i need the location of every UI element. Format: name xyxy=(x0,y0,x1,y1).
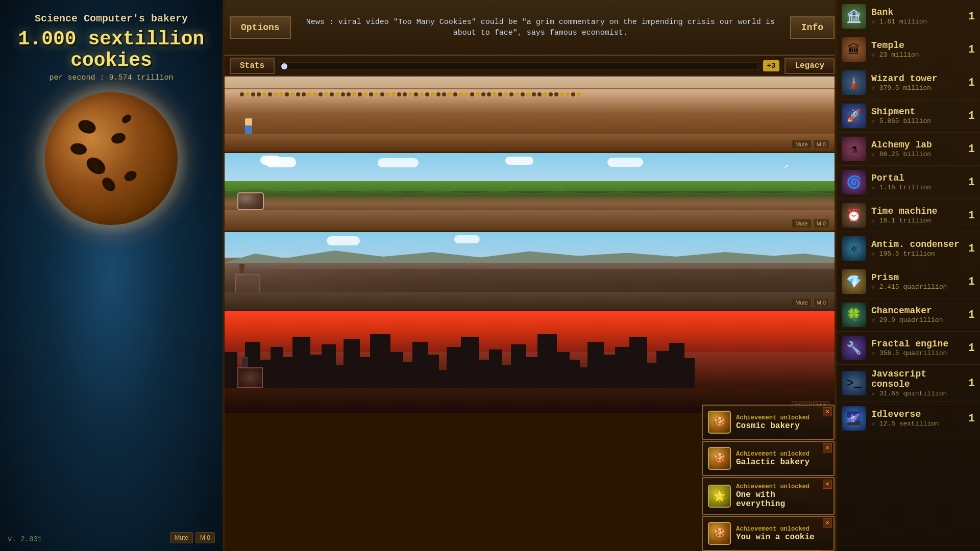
top-bar: Options News : viral video "Too Many Coo… xyxy=(225,0,835,56)
building-icon: ⚛ xyxy=(842,236,866,261)
achievement-galactic-text: Achievement unlocked Galactic bakery xyxy=(736,450,818,467)
info-button[interactable]: Info xyxy=(790,16,835,39)
building-name: Javascript console xyxy=(871,369,960,389)
building-item-temple[interactable]: 🏛 Temple ☆ 23 million 1 xyxy=(837,33,980,66)
m0-bottom-btn[interactable]: M 0 xyxy=(195,532,215,543)
mine-strip-controls: Mute M 0 xyxy=(792,219,829,228)
mine-m0-btn[interactable]: M 0 xyxy=(813,219,829,228)
farm-dot xyxy=(313,92,317,96)
building-count: 1 xyxy=(960,209,975,222)
farm-dot xyxy=(380,92,384,96)
main-cookie[interactable] xyxy=(45,92,178,225)
building-count: 1 xyxy=(960,377,975,390)
per-second: per second : 9.574 trillion xyxy=(18,73,205,82)
building-icon: 🗼 xyxy=(842,70,866,95)
building-name: Fractal engine xyxy=(871,339,960,349)
building-info: Fractal engine ☆ 356.5 quadrillion xyxy=(871,339,960,357)
building-item-chancemaker[interactable]: 🍀 Chancemaker ☆ 29.9 quadrillion 1 xyxy=(837,298,980,332)
bottom-controls: Mute M 0 xyxy=(170,532,215,543)
building-info: Shipment ☆ 5.865 billion xyxy=(871,107,960,125)
achievement-one-with: 🌟 Achievement unlocked One with everythi… xyxy=(702,477,835,515)
options-button[interactable]: Options xyxy=(230,16,291,39)
building-cost: ☆ 379.5 million xyxy=(871,84,960,92)
building-item-idleverse[interactable]: 🌌 Idleverse ☆ 12.5 sextillion 1 xyxy=(837,402,980,435)
farm-dot xyxy=(521,92,525,96)
building-info: Prism ☆ 2.415 quadrillion xyxy=(871,272,960,291)
building-icon: ⚗ xyxy=(842,137,866,161)
building-count: 1 xyxy=(960,176,975,189)
farm-dot xyxy=(464,92,469,96)
achievement-cosmic-close[interactable]: ✕ xyxy=(823,407,832,416)
building-icon: 🚀 xyxy=(842,104,866,128)
building-name: Bank xyxy=(871,7,960,17)
building-count: 1 xyxy=(960,143,975,156)
building-item-fractal-engine[interactable]: 🔧 Fractal engine ☆ 356.5 quadrillion 1 xyxy=(837,332,980,365)
farm-dot xyxy=(414,92,418,96)
farm-dot xyxy=(408,92,412,96)
building-icon: >_ xyxy=(842,371,866,395)
building-info: Javascript console ☆ 31.65 quintillion xyxy=(871,369,960,397)
farm-dot xyxy=(459,92,463,96)
building-cost: ☆ 16.1 trillion xyxy=(871,216,960,224)
building-count: 1 xyxy=(960,10,975,23)
farm-dot xyxy=(509,92,513,96)
building-name: Temple xyxy=(871,40,960,51)
achievement-you-win-name: You win a cookie xyxy=(736,533,818,542)
building-cost: ☆ 12.5 sextillion xyxy=(871,419,960,428)
mine-mute-btn[interactable]: Mute xyxy=(792,219,811,228)
building-icon: 🍀 xyxy=(842,303,866,327)
building-cost: ☆ 1.15 trillion xyxy=(871,183,960,191)
factory-mute-btn[interactable]: Mute xyxy=(792,298,811,307)
building-item-antim.-condenser[interactable]: ⚛ Antim. condenser ☆ 195.5 trillion 1 xyxy=(837,232,980,265)
building-name: Time machine xyxy=(871,206,960,216)
farm-dot xyxy=(515,92,519,96)
building-item-alchemy-lab[interactable]: ⚗ Alchemy lab ☆ 86.25 billion 1 xyxy=(837,133,980,166)
farm-dot xyxy=(571,92,575,96)
farm-dot xyxy=(268,92,272,96)
cookie-image[interactable] xyxy=(45,92,178,225)
farm-dot xyxy=(274,92,278,96)
building-item-time-machine[interactable]: ⏰ Time machine ☆ 16.1 trillion 1 xyxy=(837,199,980,232)
farm-dot xyxy=(391,92,396,96)
farm-dot xyxy=(403,92,407,96)
building-item-portal[interactable]: 🌀 Portal ☆ 1.15 trillion 1 xyxy=(837,166,980,199)
factory-m0-btn[interactable]: M 0 xyxy=(813,298,829,307)
farm-dot xyxy=(425,92,429,96)
xp-bar xyxy=(280,62,758,70)
stats-button[interactable]: Stats xyxy=(230,58,275,74)
xp-indicator xyxy=(281,63,287,69)
farm-dot xyxy=(296,92,300,96)
building-count: 1 xyxy=(960,77,975,89)
mine-cart xyxy=(237,192,263,213)
building-cost: ☆ 86.25 billion xyxy=(871,150,960,158)
building-item-javascript-console[interactable]: >_ Javascript console ☆ 31.65 quintillio… xyxy=(837,365,980,402)
building-icon: ⏰ xyxy=(842,203,866,228)
achievement-one-with-text: Achievement unlocked One with everything xyxy=(736,483,818,509)
achievement-one-with-close[interactable]: ✕ xyxy=(823,480,832,489)
legacy-button[interactable]: Legacy xyxy=(785,58,835,74)
building-item-prism[interactable]: 💎 Prism ☆ 2.415 quadrillion 1 xyxy=(837,265,980,298)
buildings-panel: 🏦 Bank ☆ 1.61 million 1 🏛 Temple ☆ 23 mi… xyxy=(835,0,980,551)
mute-bottom-btn[interactable]: Mute xyxy=(170,532,193,543)
building-item-shipment[interactable]: 🚀 Shipment ☆ 5.865 billion 1 xyxy=(837,99,980,133)
achievement-galactic-close[interactable]: ✕ xyxy=(823,443,832,453)
achievement-galactic: 🍪 Achievement unlocked Galactic bakery ✕ xyxy=(702,441,835,476)
achievement-one-with-name: One with everything xyxy=(736,490,818,509)
news-ticker: News : viral video "Too Many Cookies" co… xyxy=(291,17,790,38)
farm-m0-btn[interactable]: M 0 xyxy=(813,140,829,149)
building-name: Portal xyxy=(871,173,960,183)
second-bar: Stats +3 Legacy xyxy=(225,56,835,77)
building-item-bank[interactable]: 🏦 Bank ☆ 1.61 million 1 xyxy=(837,0,980,33)
farm-dot xyxy=(257,92,261,96)
farm-dot xyxy=(318,92,323,96)
farm-mute-btn[interactable]: Mute xyxy=(792,140,811,149)
achievement-unlocked-label: Achievement unlocked xyxy=(736,450,818,458)
building-count: 1 xyxy=(960,242,975,255)
farm-strip-controls: Mute M 0 xyxy=(792,140,829,149)
building-item-wizard-tower[interactable]: 🗼 Wizard tower ☆ 379.5 million 1 xyxy=(837,66,980,99)
building-name: Prism xyxy=(871,272,960,283)
farm-dot xyxy=(290,92,295,96)
factory-strip-controls: Mute M 0 xyxy=(792,298,829,307)
achievement-you-win-close[interactable]: ✕ xyxy=(823,518,832,528)
building-cost: ☆ 23 million xyxy=(871,51,960,59)
